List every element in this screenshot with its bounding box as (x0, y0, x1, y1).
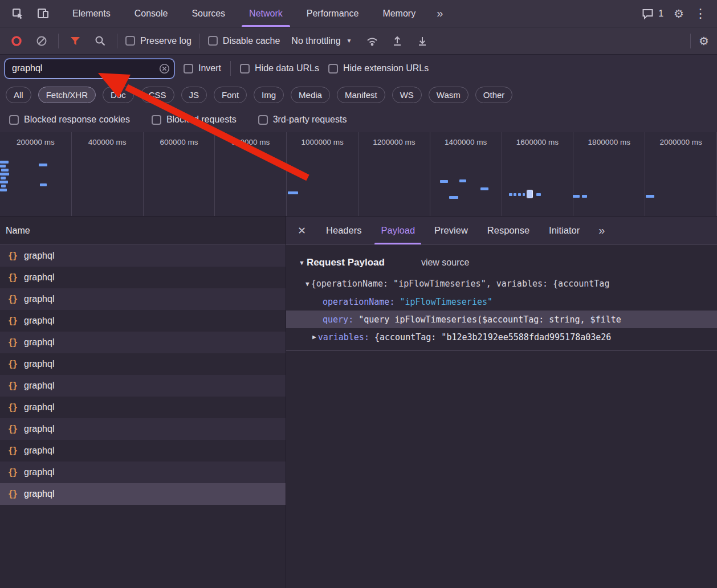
triangle-open-icon[interactable]: ▼ (299, 259, 305, 266)
payload-row-variables[interactable]: ▶ variables {accountTag: "b12e3b2192ee55… (286, 328, 717, 346)
export-har-icon[interactable] (414, 32, 431, 50)
type-filter-chip[interactable]: Media (291, 87, 330, 103)
hide-data-urls-checkbox[interactable]: Hide data URLs (240, 63, 319, 74)
payload-separator (286, 350, 717, 351)
close-icon[interactable]: ✕ (286, 217, 316, 244)
blocked-response-cookies-checkbox[interactable]: Blocked response cookies (9, 115, 130, 125)
type-filter-chip[interactable]: Wasm (429, 87, 469, 103)
name-column-header[interactable]: Name (0, 217, 286, 245)
table-row[interactable]: {} graphql (0, 483, 286, 505)
waterfall-bar (523, 193, 525, 196)
triangle-open-icon[interactable]: ▼ (305, 280, 309, 288)
preserve-log-checkbox[interactable]: Preserve log (125, 36, 192, 46)
request-name: graphql (24, 316, 54, 326)
devtools-tab[interactable]: Performance (295, 0, 371, 27)
type-filter-chip[interactable]: All (6, 87, 31, 103)
triangle-closed-icon[interactable]: ▶ (312, 333, 316, 341)
timeline-column: 800000 ms (215, 132, 287, 216)
table-row[interactable]: {} graphql (0, 375, 286, 397)
waterfall-bar (40, 183, 47, 186)
blocked-response-cookies-label: Blocked response cookies (24, 115, 130, 125)
waterfall-bar (646, 195, 654, 198)
filter-input[interactable] (5, 59, 174, 79)
network-settings-gear-icon[interactable]: ⚙ (699, 35, 709, 47)
request-name: graphql (24, 402, 54, 413)
details-tab[interactable]: Headers (316, 217, 371, 244)
type-filter-chip[interactable]: JS (181, 87, 207, 103)
json-resource-icon: {} (8, 489, 17, 499)
type-filter-chip[interactable]: CSS (141, 87, 174, 103)
table-row[interactable]: {} graphql (0, 267, 286, 288)
checkbox-icon (125, 36, 135, 46)
devtools-tab[interactable]: Elements (60, 0, 123, 27)
filter-icon[interactable] (67, 32, 84, 50)
request-details-panel: ✕ HeadersPayloadPreviewResponseInitiator… (286, 217, 717, 588)
console-messages-button[interactable]: 1 (642, 8, 663, 19)
type-filter-chip[interactable]: Img (254, 87, 284, 103)
toolbar-divider (117, 34, 117, 48)
details-tab[interactable]: Response (478, 217, 539, 244)
payload-row-operationname[interactable]: operationName "ipFlowTimeseries" (286, 293, 717, 311)
throttling-select[interactable]: No throttling ▼ (288, 36, 355, 46)
details-tab[interactable]: Preview (425, 217, 478, 244)
inspect-tools (0, 0, 60, 27)
more-details-tabs-icon[interactable]: » (589, 217, 613, 244)
clear-network-log-button[interactable] (33, 32, 50, 50)
type-filter-chip[interactable]: Font (214, 87, 247, 103)
table-row[interactable]: {} graphql (0, 440, 286, 462)
table-row[interactable]: {} graphql (0, 462, 286, 483)
payload-root-row[interactable]: ▼ {operationName: "ipFlowTimeseries", va… (286, 275, 717, 293)
table-row[interactable]: {} graphql (0, 397, 286, 418)
hide-data-urls-label: Hide data URLs (255, 63, 319, 74)
devtools-tab[interactable]: Console (123, 0, 180, 27)
devtools-tab[interactable]: Network (237, 0, 295, 27)
kebab-menu-icon[interactable]: ⋮ (694, 7, 707, 20)
checkbox-icon (208, 36, 218, 46)
json-key: operationName (323, 297, 400, 307)
network-conditions-icon[interactable] (364, 32, 381, 50)
timeline-tick-label: 600000 ms (160, 138, 198, 216)
devtools-tab[interactable]: Sources (180, 0, 237, 27)
more-tabs-icon[interactable]: » (427, 0, 451, 27)
table-row[interactable]: {} graphql (0, 353, 286, 375)
third-party-requests-checkbox[interactable]: 3rd-party requests (258, 115, 347, 125)
clear-filter-icon[interactable] (159, 63, 170, 74)
type-filter-chip[interactable]: WS (392, 87, 422, 103)
table-row[interactable]: {} graphql (0, 310, 286, 332)
type-filter-chip[interactable]: Fetch/XHR (38, 87, 96, 103)
details-tab[interactable]: Payload (371, 217, 425, 244)
payload-row-query[interactable]: query "query ipFlowTimeseries($accountTa… (286, 311, 717, 328)
network-overview-timeline[interactable]: 200000 ms 400000 ms 600000 ms 800000 ms … (0, 132, 717, 217)
devtools-tab[interactable]: Memory (370, 0, 427, 27)
type-filter-chip[interactable]: Manifest (337, 87, 385, 103)
type-filter-chip[interactable]: Other (475, 87, 513, 103)
timeline-column: 1400000 ms (430, 132, 502, 216)
json-resource-icon: {} (8, 381, 17, 391)
table-row[interactable]: {} graphql (0, 288, 286, 310)
disable-cache-checkbox[interactable]: Disable cache (208, 36, 280, 46)
request-name: graphql (24, 294, 54, 304)
inspect-element-icon[interactable] (9, 5, 26, 22)
timeline-tick-label: 200000 ms (17, 138, 55, 216)
waterfall-bar (0, 181, 8, 183)
toolbar-divider (58, 34, 59, 48)
invert-checkbox[interactable]: Invert (184, 63, 221, 74)
import-har-icon[interactable] (389, 32, 406, 50)
device-toolbar-icon[interactable] (34, 5, 51, 22)
settings-gear-icon[interactable]: ⚙ (674, 8, 684, 19)
hide-extension-urls-checkbox[interactable]: Hide extension URLs (328, 63, 429, 74)
request-payload-section[interactable]: ▼ Request Payload view source (286, 251, 717, 275)
search-icon[interactable] (92, 32, 109, 50)
table-row[interactable]: {} graphql (0, 418, 286, 440)
table-row[interactable]: {} graphql (0, 245, 286, 267)
json-resource-icon: {} (8, 402, 17, 413)
table-row[interactable]: {} graphql (0, 332, 286, 353)
type-filter-chip[interactable]: Doc (103, 87, 134, 103)
view-source-link[interactable]: view source (421, 258, 469, 268)
hide-extension-urls-label: Hide extension URLs (343, 63, 429, 74)
details-tab[interactable]: Initiator (539, 217, 589, 244)
blocked-requests-checkbox[interactable]: Blocked requests (152, 115, 237, 125)
timeline-column: 1600000 ms (502, 132, 574, 216)
record-network-log-button[interactable] (8, 32, 25, 50)
timeline-column: 2000000 ms (645, 132, 717, 216)
